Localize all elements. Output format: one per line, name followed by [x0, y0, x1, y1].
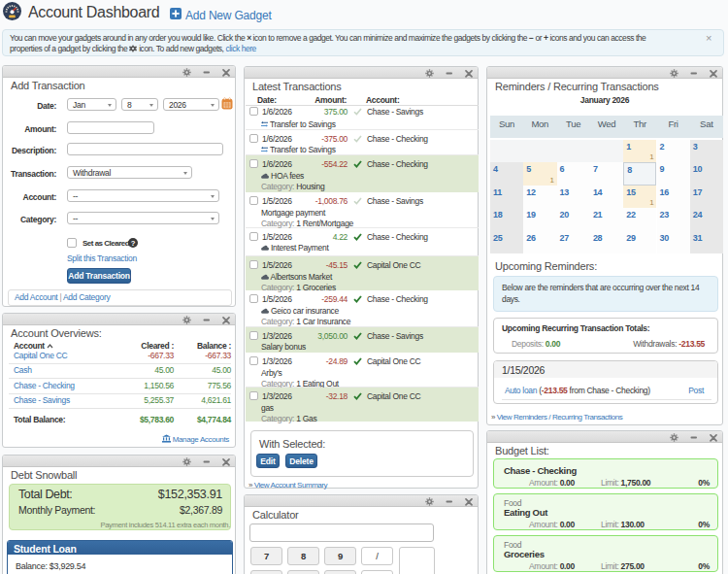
svg-text:?: ? — [131, 239, 136, 248]
